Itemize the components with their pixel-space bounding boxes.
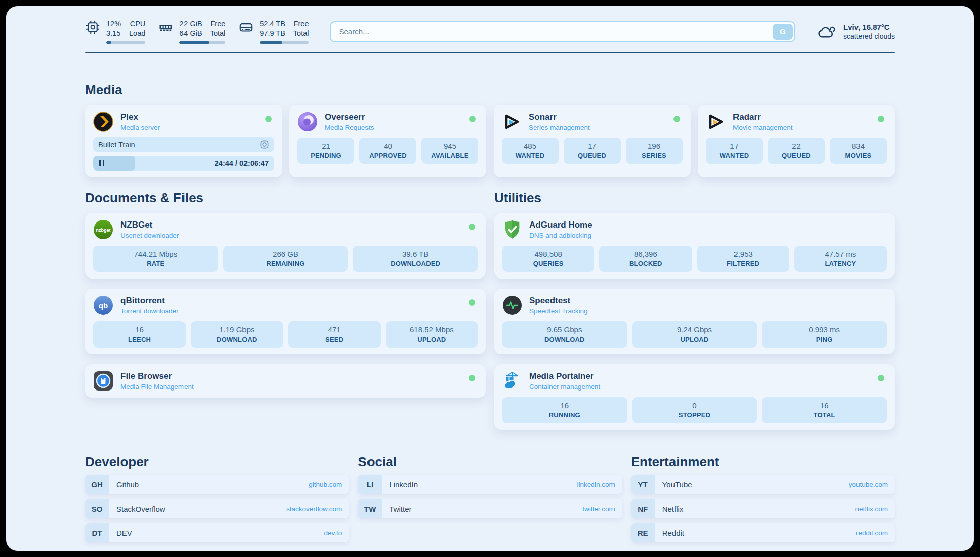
stat-box: 945AVAILABLE — [421, 138, 478, 164]
speedtest-icon — [502, 295, 522, 315]
section-title-media: Media — [85, 82, 895, 98]
ram-total-value: 64 GiB — [179, 29, 202, 38]
cpu-load-value: 3.15 — [106, 29, 121, 38]
bookmark-group-developer: Developer GH Github github.com SO StackO… — [85, 454, 349, 542]
now-playing-row: Bullet Train — [93, 137, 274, 152]
video-lens-icon — [260, 140, 269, 149]
service-name: Overseerr — [325, 112, 374, 122]
stat-box: 744.21 MbpsRATE — [93, 246, 218, 272]
bookmark-dev[interactable]: DT DEV dev.to — [85, 523, 349, 542]
service-description: Media server — [120, 124, 160, 131]
stat-box: 0.993 msPING — [762, 321, 887, 348]
service-name: Media Portainer — [529, 371, 600, 381]
bookmark-group-social: Social LI LinkedIn linkedin.com TW Twitt… — [358, 454, 622, 542]
bookmark-abbr: TW — [358, 499, 382, 518]
stat-box: 9.24 GbpsUPLOAD — [632, 321, 757, 348]
disk-free-label: Free — [294, 19, 309, 29]
bookmark-name: LinkedIn — [389, 480, 418, 489]
qbittorrent-icon: qb — [93, 295, 113, 315]
service-name: Speedtest — [529, 296, 588, 306]
search-provider-button[interactable]: G — [773, 24, 793, 40]
service-description: Media Requests — [325, 124, 374, 131]
bookmark-name: Netflix — [662, 505, 684, 513]
svg-text:nzbget: nzbget — [96, 228, 111, 233]
bookmark-github[interactable]: GH Github github.com — [85, 475, 349, 494]
service-description: Media File Management — [120, 383, 194, 391]
service-card-overseerr[interactable]: Overseerr Media Requests 21PENDING 40APP… — [289, 105, 486, 177]
stat-box: 618.52 MbpsUPLOAD — [386, 321, 478, 348]
nzbget-icon: nzbget — [93, 219, 113, 240]
bookmark-abbr: RE — [631, 523, 655, 542]
service-name: AdGuard Home — [529, 220, 592, 230]
cpu-usage-value: 12% — [106, 19, 121, 29]
playback-progress-bar: 24:44 / 02:06:47 — [93, 156, 274, 171]
cpu-load-label: Load — [129, 29, 145, 38]
bookmark-stackoverflow[interactable]: SO StackOverflow stackoverflow.com — [85, 499, 349, 518]
cloud-icon — [818, 23, 837, 40]
service-name: Radarr — [733, 112, 793, 122]
service-card-qbittorrent[interactable]: qb qBittorrent Torrent downloader 16LEEC… — [85, 289, 486, 354]
bookmark-netflix[interactable]: NF Netflix netflix.com — [631, 499, 895, 518]
bookmark-twitter[interactable]: TW Twitter twitter.com — [358, 499, 622, 518]
stat-box: 16LEECH — [93, 321, 186, 348]
sonarr-icon — [502, 112, 522, 132]
service-card-adguard[interactable]: AdGuard Home DNS and adblocking 498,508Q… — [494, 213, 895, 278]
stat-box: 196SERIES — [626, 138, 683, 164]
weather-location-temp: Lviv, 16.87°C — [843, 23, 895, 31]
stat-box: 498,508QUERIES — [502, 246, 594, 272]
service-description: Series management — [529, 124, 590, 131]
stat-box: 16RUNNING — [502, 397, 627, 423]
service-description: Speedtest Tracking — [529, 307, 588, 315]
top-bar: 12%3.15 CPULoad — [85, 6, 895, 44]
section-title-social: Social — [358, 454, 622, 470]
adguard-icon — [502, 219, 522, 240]
bookmark-url: stackoverflow.com — [286, 505, 342, 513]
disk-total-value: 97.9 TB — [260, 29, 285, 38]
portainer-icon — [502, 371, 522, 391]
stat-box: 266 GBREMAINING — [223, 246, 348, 272]
search-bar: G — [330, 21, 795, 42]
ram-free-value: 22 GiB — [179, 19, 202, 29]
service-card-sonarr[interactable]: Sonarr Series management 485WANTED 17QUE… — [494, 105, 691, 177]
header-divider — [85, 52, 895, 53]
service-name: qBittorrent — [120, 296, 179, 306]
bookmark-url: twitter.com — [582, 505, 615, 513]
bookmark-name: YouTube — [662, 480, 692, 489]
cpu-progress-bar — [106, 41, 145, 44]
memory-resource-widget: 22 GiB64 GiB FreeTotal — [158, 19, 225, 44]
disk-free-value: 52.4 TB — [260, 19, 285, 29]
ram-progress-bar — [179, 41, 225, 44]
service-card-portainer[interactable]: Media Portainer Container management 16R… — [494, 364, 895, 430]
bookmark-url: youtube.com — [849, 481, 888, 488]
service-card-nzbget[interactable]: nzbget NZBGet Usenet downloader 744.21 M… — [85, 213, 486, 278]
bookmark-url: linkedin.com — [577, 481, 615, 488]
stat-box: 471SEED — [288, 321, 381, 348]
service-description: Torrent downloader — [120, 307, 179, 315]
bookmark-url: github.com — [309, 481, 342, 488]
service-card-plex[interactable]: Plex Media server Bullet Train — [85, 105, 282, 177]
bookmark-linkedin[interactable]: LI LinkedIn linkedin.com — [358, 475, 622, 494]
stat-box: 17WANTED — [706, 138, 763, 164]
dashboard-page: 12%3.15 CPULoad — [6, 6, 974, 551]
ram-total-label: Total — [210, 29, 226, 38]
cpu-icon — [85, 20, 100, 35]
search-input[interactable] — [330, 21, 795, 42]
weather-widget: Lviv, 16.87°C scattered clouds — [818, 23, 895, 40]
cpu-label: CPU — [130, 19, 146, 29]
bookmark-youtube[interactable]: YT YouTube youtube.com — [631, 475, 895, 494]
bookmark-abbr: YT — [631, 475, 655, 494]
service-name: Plex — [120, 112, 160, 122]
section-title-utilities: Utilities — [494, 190, 895, 206]
bookmark-reddit[interactable]: RE Reddit reddit.com — [631, 523, 895, 542]
weather-condition: scattered clouds — [843, 32, 895, 40]
service-card-radarr[interactable]: Radarr Movie management 17WANTED 22QUEUE… — [698, 105, 895, 177]
filebrowser-icon — [93, 371, 113, 391]
pause-icon — [99, 160, 104, 166]
bookmark-abbr: DT — [85, 523, 109, 542]
overseerr-icon — [297, 112, 318, 132]
service-card-filebrowser[interactable]: File Browser Media File Management — [85, 364, 486, 398]
disk-progress-bar — [260, 41, 309, 44]
section-title-entertainment: Entertainment — [631, 454, 895, 470]
service-card-speedtest[interactable]: Speedtest Speedtest Tracking 9.65 GbpsDO… — [494, 289, 895, 354]
service-description: DNS and adblocking — [529, 232, 592, 239]
